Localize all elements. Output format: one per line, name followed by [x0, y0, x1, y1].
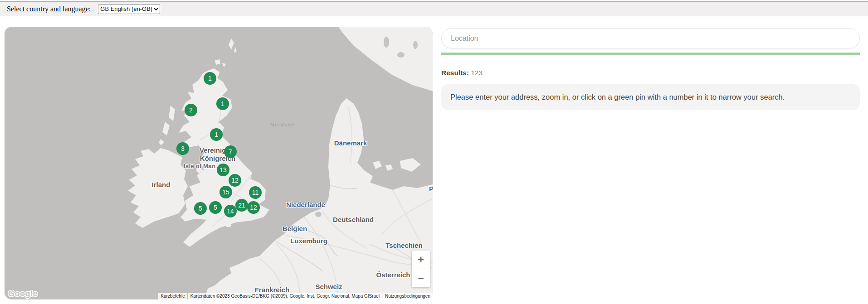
search-hint-message: Please enter your address, zoom in, or c… [441, 84, 860, 110]
cluster-pin[interactable]: 11 [249, 186, 262, 199]
location-input[interactable] [441, 28, 860, 48]
store-locator-page: Select country and language: GB English … [0, 0, 868, 304]
search-results-panel: Results:123 Please enter your address, z… [441, 28, 860, 110]
google-logo[interactable]: Google [8, 289, 38, 299]
terms-of-use-link[interactable]: Nutzungsbedingungen [383, 293, 433, 299]
accent-bar [441, 53, 860, 55]
map-label-isle-of-man: Isle of Man [184, 163, 215, 169]
country-language-label: Select country and language: [7, 5, 91, 13]
map-label-belgien: Belgien [283, 225, 307, 232]
keyboard-shortcuts-link[interactable]: Kurzbefehle [158, 293, 187, 299]
cluster-pin[interactable]: 12 [229, 174, 241, 187]
cluster-pin[interactable]: 5 [194, 202, 207, 215]
map-overlay: NordseeDänemarkVereinigtes KönigreichIsl… [5, 27, 433, 299]
results-label: Results: [441, 69, 469, 77]
map-label-frankreich: Frankreich [255, 286, 290, 294]
map-data-text: Kartendaten ©2023 GeoBasis-DE/BKG (©2009… [188, 293, 382, 299]
map-label-tschechien: Tschechien [385, 241, 422, 249]
map-canvas[interactable]: NordseeDänemarkVereinigtes KönigreichIsl… [5, 27, 433, 299]
map-label-schweiz: Schweiz [315, 283, 342, 290]
cluster-pin[interactable]: 21 [235, 199, 248, 212]
cluster-pin[interactable]: 7 [224, 145, 237, 158]
results-count: 123 [471, 69, 483, 77]
map-label-irland: Irland [152, 181, 171, 188]
country-language-select[interactable]: GB English (en-GB) [98, 4, 160, 14]
cluster-pin[interactable]: 14 [224, 205, 237, 217]
map-label--sterreich: Österreich [376, 271, 410, 279]
map-label-deutschland: Deutschland [333, 216, 374, 223]
cluster-pin[interactable]: 5 [209, 201, 222, 214]
cluster-pin[interactable]: 13 [217, 164, 229, 176]
results-row: Results:123 [441, 69, 860, 77]
map-label-nordsee: Nordsee [270, 122, 295, 127]
map-label-d-nemark: Dänemark [334, 139, 367, 147]
cluster-pin[interactable]: 2 [185, 104, 197, 116]
country-language-bar: Select country and language: GB English … [0, 1, 868, 16]
cluster-pin[interactable]: 1 [216, 97, 229, 110]
map-zoom-control: + − [412, 251, 430, 287]
cluster-pin[interactable]: 1 [204, 72, 216, 85]
cluster-pin[interactable]: 1 [210, 128, 223, 141]
map-attribution: Kurzbefehle Kartendaten ©2023 GeoBasis-D… [158, 293, 433, 299]
map-label-p: P [429, 185, 433, 193]
zoom-in-button[interactable]: + [412, 251, 430, 269]
cluster-pin[interactable]: 3 [176, 142, 189, 155]
map-label-luxemburg: Luxemburg [290, 237, 327, 245]
cluster-pin[interactable]: 12 [247, 201, 260, 214]
zoom-out-button[interactable]: − [412, 269, 430, 287]
map-label-niederlande: Niederlande [286, 201, 325, 208]
cluster-pin[interactable]: 15 [219, 186, 232, 198]
